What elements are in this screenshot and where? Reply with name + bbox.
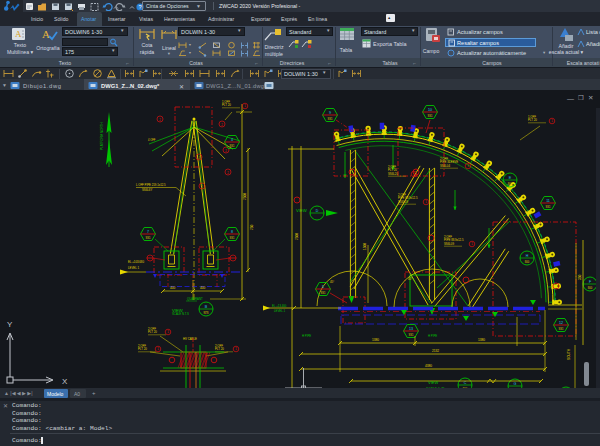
svg-text:400: 400 — [200, 286, 206, 290]
svg-text:L OFF PIPE 219.1x12.5: L OFF PIPE 219.1x12.5 — [136, 183, 166, 187]
svg-text:1380: 1380 — [478, 338, 485, 342]
svg-text:350: 350 — [578, 274, 582, 280]
svg-text:EL.+103.680: EL.+103.680 — [128, 260, 144, 264]
svg-text:PLATFORM NORTH: PLATFORM NORTH — [100, 122, 104, 150]
svg-text:Y: Y — [7, 320, 13, 329]
svg-text:45°: 45° — [330, 280, 334, 284]
svg-text:7500: 7500 — [243, 193, 247, 200]
svg-text:SS1: SS1 — [230, 144, 235, 148]
svg-text:45°: 45° — [408, 277, 412, 281]
svg-text:H: H — [526, 254, 529, 258]
svg-text:E: E — [509, 176, 512, 180]
svg-text:C: C — [464, 381, 467, 385]
svg-text:2: 2 — [221, 123, 223, 127]
svg-text:H PIPE: H PIPE — [428, 334, 437, 338]
svg-text:LEVEL 1: LEVEL 1 — [128, 266, 139, 270]
svg-text:10: 10 — [428, 108, 432, 112]
svg-text:SS6L6Y: SS6L6Y — [142, 188, 152, 192]
svg-text:4 OFF: 4 OFF — [148, 138, 156, 142]
svg-text:2: 2 — [159, 118, 161, 122]
svg-text:800: 800 — [588, 286, 593, 290]
svg-text:SS1: SS1 — [559, 327, 564, 331]
svg-text:7500: 7500 — [295, 233, 299, 240]
svg-text:5: 5 — [322, 285, 324, 289]
svg-text:PLT 20: PLT 20 — [215, 347, 224, 351]
svg-text:A: A — [42, 28, 50, 40]
svg-text:2: 2 — [198, 156, 200, 160]
svg-text:SS6L09: SS6L09 — [398, 200, 408, 204]
svg-text:4380: 4380 — [425, 364, 432, 368]
svg-text:2: 2 — [227, 171, 229, 175]
svg-text:8: 8 — [231, 230, 233, 234]
svg-text:1: 1 — [471, 242, 473, 246]
svg-text:B: B — [205, 305, 208, 309]
svg-text:QUADRANT: QUADRANT — [187, 297, 203, 301]
svg-text:SCALE N.T.S: SCALE N.T.S — [172, 312, 189, 316]
svg-text:X: X — [62, 377, 68, 386]
svg-text:11: 11 — [546, 199, 550, 203]
svg-text:1: 1 — [551, 119, 553, 123]
svg-text:SS6L20: SS6L20 — [388, 172, 398, 176]
svg-text:PLT 20: PLT 20 — [528, 118, 537, 122]
svg-text:VIEW: VIEW — [428, 380, 438, 385]
svg-text:SS1: SS1 — [546, 205, 551, 209]
svg-text:2132: 2132 — [432, 349, 439, 353]
svg-text:SS1: SS1 — [328, 117, 333, 121]
svg-text:1: 1 — [235, 347, 237, 351]
svg-text:LEVEL 1: LEVEL 1 — [274, 309, 285, 313]
svg-text:PLT 20: PLT 20 — [138, 347, 147, 351]
svg-text:1380: 1380 — [372, 338, 379, 342]
svg-text:9: 9 — [329, 111, 331, 115]
svg-text:2: 2 — [225, 149, 227, 153]
svg-text:1: 1 — [244, 104, 246, 108]
svg-text:EL.+13.400: EL.+13.400 — [272, 304, 287, 308]
svg-text:13: 13 — [409, 327, 413, 331]
svg-text:400: 400 — [170, 286, 176, 290]
svg-text:12: 12 — [559, 321, 563, 325]
svg-text:1: 1 — [425, 200, 427, 204]
svg-text:SS1: SS1 — [428, 114, 433, 118]
svg-text:HV CABLE: HV CABLE — [183, 337, 197, 341]
svg-text:7: 7 — [147, 230, 149, 234]
svg-text:SS1: SS1 — [409, 333, 414, 337]
svg-text:NTS: NTS — [203, 311, 208, 315]
svg-text:A: A — [15, 29, 22, 39]
svg-text:H PIPE: H PIPE — [302, 334, 311, 338]
svg-text:800: 800 — [508, 182, 513, 186]
svg-text:1500: 1500 — [363, 243, 367, 250]
svg-text:D: D — [316, 209, 319, 213]
svg-text:SOUTH: SOUTH — [567, 348, 571, 360]
svg-text:PLT 20: PLT 20 — [148, 330, 157, 334]
svg-text:G: G — [514, 382, 517, 386]
svg-text:SS1: SS1 — [146, 236, 151, 240]
svg-text:750: 750 — [250, 224, 254, 230]
svg-text:SS6L04: SS6L04 — [440, 164, 450, 168]
svg-text:800: 800 — [525, 260, 530, 264]
svg-text:SS6L09: SS6L09 — [444, 242, 454, 246]
svg-text:SS1: SS1 — [230, 236, 235, 240]
svg-text:F: F — [589, 280, 592, 284]
svg-text:PLT 20: PLT 20 — [222, 103, 231, 107]
svg-text:1: 1 — [467, 164, 469, 168]
svg-text:1: 1 — [157, 347, 159, 351]
svg-text:1: 1 — [167, 330, 169, 334]
svg-text:VIEW: VIEW — [296, 208, 307, 213]
svg-text:SS1: SS1 — [321, 291, 326, 295]
svg-text:4: 4 — [231, 138, 233, 142]
